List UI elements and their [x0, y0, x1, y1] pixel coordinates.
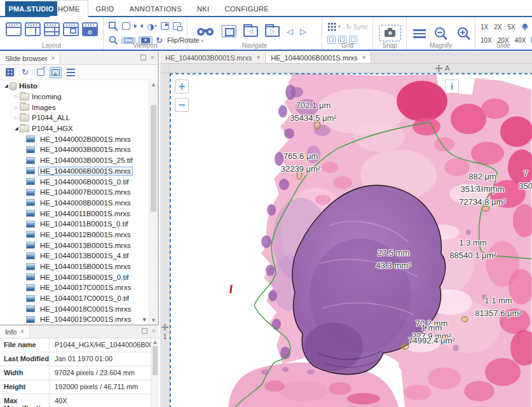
ribbon-tab[interactable]: NKI [189, 0, 217, 17]
tree-collapsed-icon[interactable]: ▷ [13, 115, 20, 120]
tree-folder[interactable]: ▷ P1044_ALL [0, 113, 149, 123]
sync-icon: ↻ [346, 23, 352, 31]
tree-collapsed-icon[interactable]: ▷ [13, 94, 20, 99]
magnify-menu-icon[interactable] [413, 29, 426, 38]
viewport-zoom-in-button[interactable]: + [175, 79, 189, 93]
overview-map-icon[interactable] [161, 22, 169, 30]
tree-file[interactable]: HE_10440003B0001S_25.tif [0, 155, 149, 166]
next-arrow-button[interactable]: ▷ [300, 27, 306, 36]
scroll-up-icon[interactable]: ▲ [149, 82, 158, 87]
tree-file[interactable]: HE_10440017C0001S_0.tif [0, 293, 149, 304]
grid-sync-button[interactable]: ↻Sync [346, 23, 369, 31]
image-view-button[interactable] [50, 67, 62, 78]
tree-file[interactable]: HE_10440015B0001S_0.tif [0, 272, 149, 282]
tree-file[interactable]: HE_10440013B0001S_4.tif [0, 251, 149, 261]
tree-expanded-icon[interactable]: ◢ [3, 83, 10, 88]
viewport-zoom-out-button[interactable]: − [175, 98, 189, 112]
grid-column-marker[interactable]: A [435, 64, 449, 72]
tree-file[interactable]: HE_10440002B0001S.mrxs [0, 134, 149, 144]
tree-file-label: HE_10440006B0001S_0.tif [38, 177, 130, 186]
scrollbar-thumb[interactable] [151, 105, 156, 212]
snap-button[interactable] [379, 25, 401, 41]
grid-dropdown-icon[interactable]: ▾ [338, 24, 341, 29]
refresh-button[interactable]: ↻ [19, 67, 31, 78]
export-button[interactable] [34, 67, 46, 78]
brightness-contrast-icon[interactable]: ◑▾ [147, 22, 157, 31]
close-panel-icon[interactable]: × [151, 55, 154, 60]
grid-row-marker[interactable]: 1 [160, 324, 170, 340]
tree-file[interactable]: HE_10440003B0001S.mrxs [0, 144, 149, 155]
info-tab[interactable]: Info × [0, 326, 30, 338]
tree-root-histo[interactable]: ◢ Histo [0, 81, 149, 92]
maximize-panel-icon[interactable] [140, 55, 146, 60]
layout-quad-icon[interactable] [63, 22, 79, 36]
maximize-panel-icon[interactable] [142, 328, 147, 334]
tree-scrollbar[interactable]: ▲ ▼ [149, 81, 158, 324]
layout-two-pane-icon[interactable] [25, 22, 41, 36]
tree-folder[interactable]: ▷ Images [0, 102, 149, 113]
zoom-out-icon[interactable] [433, 26, 449, 41]
tree-file[interactable]: HE_10440011B0001S.mrxs [0, 208, 149, 219]
fit-to-grid-icon[interactable] [221, 25, 236, 38]
zoom-level-5x[interactable]: 5X [507, 24, 515, 31]
tree-file[interactable]: HE_10440017C0001S.mrxs [0, 282, 149, 293]
zoom-level-1x[interactable]: 1X [481, 24, 488, 31]
live-view-icon[interactable] [521, 23, 529, 31]
ribbon-tab[interactable]: ANNOTATIONS [122, 0, 189, 17]
add-viewport-icon[interactable] [173, 22, 181, 30]
layout-three-pane-icon[interactable] [44, 22, 60, 36]
previous-arrow-button[interactable]: ◁ [287, 27, 293, 36]
ribbon-tab[interactable]: GRID [88, 0, 122, 17]
close-icon[interactable]: × [20, 328, 24, 335]
zoom-in-icon[interactable] [456, 26, 472, 41]
tree-collapsed-icon[interactable]: ◢ [13, 126, 20, 131]
tree-file[interactable]: HE_10440013B0001S.mrxs [0, 240, 149, 251]
slide-info-button[interactable]: i [445, 79, 459, 93]
layout-settings-icon[interactable]: ⚙ [82, 22, 98, 36]
tree-folder[interactable]: ▷ Incoming [0, 92, 149, 102]
close-icon[interactable]: × [51, 55, 55, 62]
scrollbar-thumb[interactable] [153, 346, 158, 375]
info-row-label: Last Modified [0, 352, 50, 366]
tree-collapsed-icon[interactable]: ▷ [13, 105, 20, 110]
previous-slide-button[interactable]: ◁ [243, 26, 258, 37]
tree-folder-label: Incoming [32, 93, 62, 100]
tree-file[interactable]: HE_10440011B0001S_0.tif [0, 219, 149, 230]
group-label-navigate: Navigate [188, 42, 322, 49]
scroll-down-icon[interactable]: ▼ [149, 318, 158, 323]
slide-browser-tab[interactable]: Slide browser × [0, 52, 60, 64]
tree-file[interactable]: HE_10440008B0001S.mrxs [0, 198, 149, 209]
ribbon-tab[interactable]: CONFIGURE [217, 0, 276, 17]
slide-viewport[interactable]: + − i 702.1 μm35434.5 μm²765.6 μm32239 μ… [170, 73, 532, 407]
tree-file[interactable]: HE_10440007B0001S.mrxs [0, 187, 149, 198]
tree-folder[interactable]: ◢ P1044_HGX [0, 123, 149, 134]
tree-file-label: HE_10440015B0001S.mrxs [38, 262, 133, 271]
viewer-slide-tab[interactable]: HE_10440006B0001S.mrxs × [266, 52, 371, 63]
thumbnail-view-button[interactable] [4, 67, 16, 78]
info-scrollbar[interactable]: ▲ [151, 338, 159, 407]
layout-single-icon[interactable] [6, 22, 22, 36]
close-icon[interactable]: × [362, 54, 366, 61]
app-menu-button[interactable]: PMA.STUDIO [5, 1, 57, 16]
fit-width-icon[interactable] [134, 24, 143, 29]
zoom-select-icon[interactable] [109, 22, 118, 31]
tree-file[interactable]: HE_10440015B0001S.mrxs [0, 261, 149, 272]
tree-more-icon[interactable]: ▼ [143, 317, 146, 322]
close-panel-icon[interactable]: × [152, 328, 156, 334]
zoom-level-2x[interactable]: 2X [494, 24, 501, 31]
binoculars-icon[interactable] [196, 25, 214, 37]
close-icon[interactable]: × [256, 54, 260, 61]
slide-file-icon [26, 273, 35, 280]
tree-file[interactable]: HE_10440006B0001S_0.tif [0, 176, 149, 187]
tree-file[interactable]: HE_10440012B0001S.mrxs [0, 230, 149, 240]
tree-file[interactable]: HE_10440006B0001S.mrxs [0, 166, 149, 177]
viewer-slide-tab[interactable]: HE_10440003B0001S.mrxs × [160, 52, 266, 63]
pan-mode-icon[interactable] [122, 22, 130, 30]
scroll-up-icon[interactable]: ▲ [151, 340, 159, 345]
next-slide-button[interactable]: ▷ [265, 26, 280, 37]
tree-file-label: HE_10440017C0001S.mrxs [38, 283, 133, 292]
tree-file[interactable]: HE_10440019C0001S.mrxs [0, 314, 149, 324]
grid-toggle-icon[interactable] [327, 22, 336, 31]
tree-file[interactable]: HE_10440018C0001S.mrxs [0, 303, 149, 314]
tree-view-button[interactable] [65, 67, 77, 78]
